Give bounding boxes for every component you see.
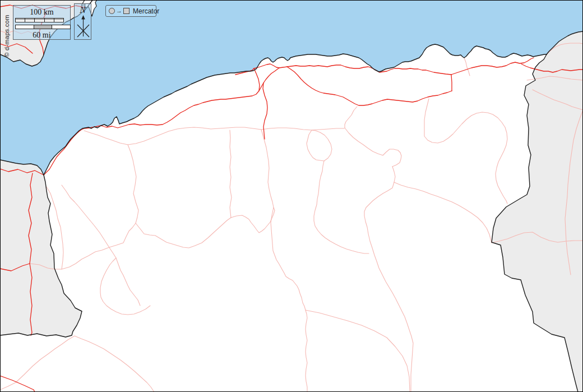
scale-bar-km (15, 18, 64, 22)
road-minor-southeast-link (306, 310, 410, 392)
road-minor-skikda-stub (464, 58, 470, 76)
scale-bar-segment (34, 25, 52, 29)
road-major-algiers-triangle (254, 68, 260, 91)
road-minor-center-vertical (261, 130, 307, 392)
scale-bar-segment (16, 25, 34, 29)
land-morocco (0, 160, 82, 337)
road-major-inland-diagonal (287, 67, 452, 105)
road-minor-cell-south (364, 167, 413, 392)
projection-badge: → Mercator (105, 5, 156, 17)
projection-plane-icon (123, 8, 129, 14)
road-minor-vjunction-2 (230, 130, 232, 218)
scale-mi-label: 60 mi (13, 31, 70, 39)
road-minor-cell-top (345, 128, 401, 167)
road-minor-ne-arc (424, 99, 507, 204)
road-minor-w-diagonal (62, 185, 140, 306)
map-svg (0, 0, 583, 392)
road-minor-vjunction-3 (231, 207, 275, 233)
road-minor-small-cell-drop (314, 161, 369, 253)
road-minor-to-border (394, 182, 492, 243)
projection-arrow-icon: → (116, 8, 122, 14)
map-page: © d-maps.com 100 km 60 mi N → Mercator (0, 0, 583, 392)
road-major-east (451, 58, 534, 75)
road-major-algiers-south (263, 83, 267, 139)
road-major-morocco-sw (0, 376, 35, 392)
road-minor-cell-drop (345, 107, 357, 128)
scale-bar-segment (54, 19, 63, 22)
road-minor-vjunction-1 (136, 218, 231, 248)
land-tunisia (492, 31, 583, 392)
projection-globe-icon (109, 8, 115, 14)
road-minor-w-loop (100, 258, 150, 315)
north-arrow-icon (75, 14, 92, 40)
scale-bar-mi (15, 25, 71, 29)
road-minor-small-cell (307, 130, 332, 161)
scale-legend: 100 km 60 mi (13, 5, 71, 40)
compass-panel: N (74, 3, 91, 40)
road-minor-west-coastal-chain (84, 127, 344, 145)
road-minor-south-morocco (0, 336, 154, 392)
scale-bar-segment (44, 19, 54, 22)
scale-bar-segment (34, 19, 44, 22)
copyright-text: © d-maps.com (3, 3, 11, 68)
scale-bar-segment (25, 19, 34, 22)
scale-bar-segment (16, 19, 25, 22)
scale-bar-segment (52, 25, 70, 29)
scale-km-label: 100 km (13, 8, 70, 16)
projection-label: Mercator (133, 7, 159, 15)
road-major-east-vertical (451, 75, 452, 91)
